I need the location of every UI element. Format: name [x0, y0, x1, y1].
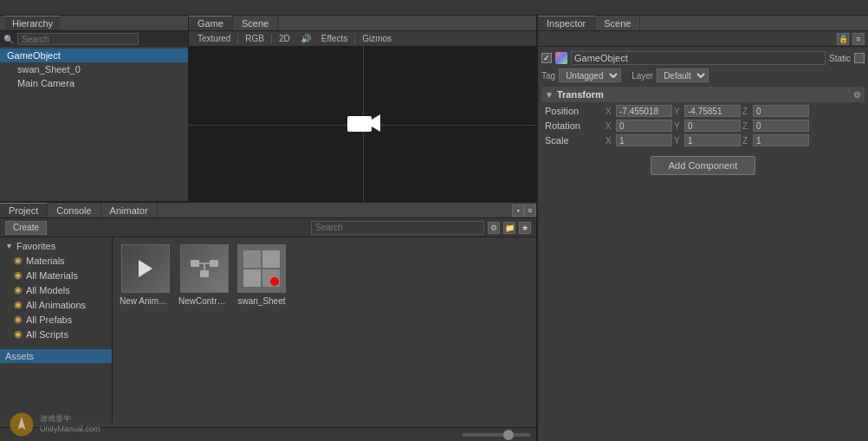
inspector-tab[interactable]: Inspector: [538, 16, 595, 30]
rotation-y-input[interactable]: [684, 120, 741, 132]
favorites-label: Favorites: [16, 241, 55, 251]
scale-y-input[interactable]: [684, 134, 741, 146]
favorites-arrow-icon: ▼: [5, 242, 13, 250]
layer-select[interactable]: Default: [657, 68, 709, 82]
toolbar-effects[interactable]: Effects: [318, 34, 351, 43]
hierarchy-content: GameObject swan_Sheet_0 Main Camera: [0, 47, 188, 92]
position-row: Position X Y Z: [541, 104, 865, 118]
scene-tab[interactable]: Scene: [233, 16, 278, 30]
sidebar-assets[interactable]: Assets: [0, 349, 112, 363]
rotation-z-field: Z: [742, 120, 809, 132]
rotation-x-label: X: [606, 121, 614, 131]
hierarchy-search-input[interactable]: [17, 33, 139, 45]
inspector-scene-tab[interactable]: Scene: [595, 16, 640, 30]
project-search-input[interactable]: [311, 221, 484, 235]
sidebar-favorites[interactable]: ▼ Favorites: [0, 239, 112, 253]
svg-rect-0: [347, 116, 372, 132]
scale-row: Scale X Y Z: [541, 133, 865, 147]
toolbar-sound[interactable]: 🔊: [297, 34, 314, 43]
all-animations-folder-icon: ◉: [14, 299, 23, 310]
all-scripts-label: All Scripts: [26, 329, 68, 340]
sidebar-all-prefabs[interactable]: ◉ All Prefabs: [0, 312, 112, 327]
materials-label: Materials: [26, 256, 65, 266]
inspector-toolbar: 🔒 ≡: [538, 31, 868, 47]
rotation-z-input[interactable]: [753, 120, 809, 132]
scale-z-input[interactable]: [753, 134, 809, 146]
hierarchy-tab[interactable]: Hierarchy: [5, 16, 60, 30]
animator-tab[interactable]: Animator: [101, 203, 158, 217]
toolbar-textured[interactable]: Textured: [194, 34, 234, 43]
asset-item-animation[interactable]: New Animat...: [120, 244, 172, 306]
inspector-lock-btn[interactable]: 🔒: [837, 33, 849, 45]
scale-x-field: X: [606, 134, 672, 146]
sidebar-all-models[interactable]: ◉ All Models: [0, 282, 112, 297]
project-collapse-btn[interactable]: ▪: [512, 204, 524, 217]
assets-section-label: Assets: [5, 351, 34, 361]
tag-label: Tag: [541, 71, 555, 81]
all-materials-label: All Materials: [26, 270, 78, 281]
transform-header: ▼ Transform ⚙: [541, 87, 865, 102]
rotation-y-field: Y: [674, 120, 741, 132]
search-star-btn[interactable]: ★: [519, 222, 531, 234]
svg-marker-1: [372, 114, 380, 132]
scale-y-label: Y: [674, 136, 683, 146]
sidebar-all-materials[interactable]: ◉ All Materials: [0, 268, 112, 282]
hierarchy-header: Hierarchy: [0, 16, 188, 31]
toolbar-2d[interactable]: 2D: [275, 34, 294, 43]
transform-title: Transform: [557, 89, 604, 100]
tag-select[interactable]: Untagged: [559, 68, 621, 82]
play-icon: [139, 260, 152, 277]
position-y-field: Y: [674, 105, 741, 117]
all-animations-label: All Animations: [26, 300, 86, 310]
project-sidebar: ▼ Favorites ◉ Materials ◉ All Materials …: [0, 237, 113, 423]
position-z-input[interactable]: [753, 105, 809, 117]
scale-y-field: Y: [674, 134, 741, 146]
hierarchy-item-maincamera[interactable]: Main Camera: [0, 76, 188, 90]
sidebar-all-scripts[interactable]: ◉ All Scripts: [0, 327, 112, 341]
project-tab[interactable]: Project: [0, 203, 48, 217]
watermark-text: 游戏蛋牛 UnityManual.com: [40, 414, 100, 434]
asset-thumb-controller: [180, 244, 229, 293]
game-tab[interactable]: Game: [189, 16, 233, 30]
static-checkbox[interactable]: [854, 53, 865, 63]
sidebar-all-animations[interactable]: ◉ All Animations: [0, 297, 112, 312]
position-x-label: X: [606, 107, 614, 116]
transform-settings-icon[interactable]: ⚙: [853, 90, 861, 100]
asset-item-controller[interactable]: NewControl...: [178, 244, 230, 306]
transform-arrow-icon: ▼: [545, 90, 554, 100]
hierarchy-item-gameobject[interactable]: GameObject: [0, 49, 188, 62]
console-tab[interactable]: Console: [48, 203, 100, 217]
project-assets-area: New Animat... NewControl...: [113, 237, 536, 423]
toolbar-gizmos[interactable]: Gizmos: [359, 34, 395, 43]
sidebar-materials[interactable]: ◉ Materials: [0, 253, 112, 268]
toolbar-rgb[interactable]: RGB: [242, 34, 268, 43]
scale-x-input[interactable]: [616, 134, 672, 146]
asset-thumb-sheet: [237, 244, 286, 293]
project-header: Project Console Animator ▪ ≡: [0, 203, 536, 218]
gameobject-name-input[interactable]: [571, 51, 826, 65]
zoom-slider-thumb[interactable]: [503, 430, 514, 440]
toolbar-sep2: [271, 34, 272, 44]
rotation-xyz-group: X Y Z: [606, 120, 861, 132]
watermark: 游戏蛋牛 UnityManual.com: [9, 412, 100, 438]
asset-item-sheet[interactable]: swan_Sheet: [237, 244, 286, 306]
create-button[interactable]: Create: [5, 221, 47, 235]
game-panel-header: Game Scene: [189, 16, 536, 31]
add-component-button[interactable]: Add Component: [651, 156, 756, 175]
gameobject-enabled-checkbox[interactable]: [541, 53, 552, 63]
zoom-slider[interactable]: [462, 433, 531, 437]
scale-xyz-group: X Y Z: [606, 134, 861, 146]
rotation-x-input[interactable]: [616, 120, 672, 132]
position-x-input[interactable]: [616, 105, 672, 117]
project-menu-btn[interactable]: ≡: [524, 204, 536, 217]
rotation-z-label: Z: [742, 121, 751, 131]
search-options-btn[interactable]: ⚙: [488, 222, 500, 234]
position-y-input[interactable]: [684, 105, 741, 117]
hierarchy-item-swansheet[interactable]: swan_Sheet_0: [0, 62, 188, 76]
position-xyz-group: X Y Z: [606, 105, 861, 117]
svg-rect-7: [243, 250, 261, 268]
inspector-menu-btn[interactable]: ≡: [852, 33, 865, 45]
search-folder-btn[interactable]: 📁: [503, 222, 515, 234]
asset-label-controller: NewControl...: [178, 296, 230, 306]
position-label: Position: [545, 106, 606, 116]
